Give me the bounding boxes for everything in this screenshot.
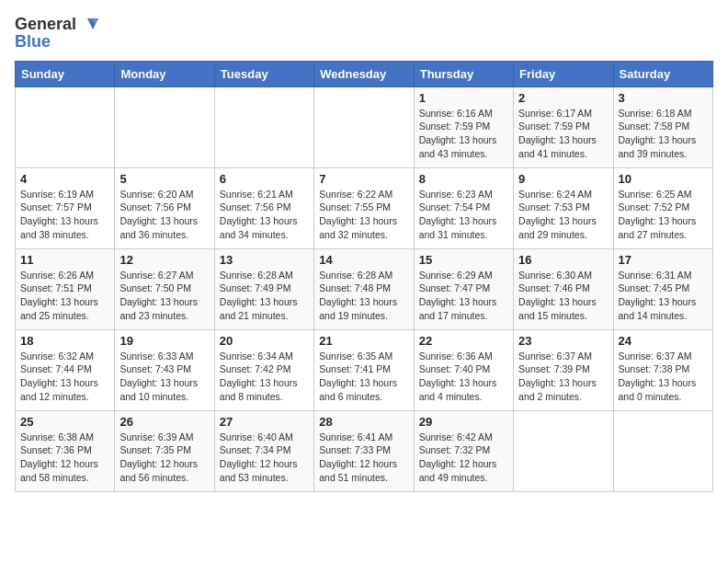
calendar-cell: 22Sunrise: 6:36 AM Sunset: 7:40 PM Dayli… [414, 329, 513, 410]
calendar-cell: 9Sunrise: 6:24 AM Sunset: 7:53 PM Daylig… [514, 167, 613, 248]
day-number: 9 [518, 172, 608, 186]
day-info: Sunrise: 6:41 AM Sunset: 7:33 PM Dayligh… [319, 431, 408, 485]
weekday-header-saturday: Saturday [613, 61, 712, 86]
day-number: 14 [319, 253, 408, 267]
day-number: 3 [619, 91, 708, 105]
week-row-4: 18Sunrise: 6:32 AM Sunset: 7:44 PM Dayli… [16, 329, 713, 410]
calendar-cell [214, 86, 313, 167]
calendar-cell: 10Sunrise: 6:25 AM Sunset: 7:52 PM Dayli… [613, 167, 712, 248]
week-row-5: 25Sunrise: 6:38 AM Sunset: 7:36 PM Dayli… [16, 410, 713, 491]
weekday-header-tuesday: Tuesday [214, 61, 313, 86]
calendar-cell: 28Sunrise: 6:41 AM Sunset: 7:33 PM Dayli… [314, 410, 414, 491]
day-info: Sunrise: 6:30 AM Sunset: 7:46 PM Dayligh… [518, 269, 608, 323]
day-number: 20 [220, 334, 309, 348]
logo-blue: Blue [15, 33, 51, 52]
day-number: 6 [220, 172, 309, 186]
day-number: 8 [419, 172, 508, 186]
day-number: 10 [619, 172, 708, 186]
calendar-cell: 12Sunrise: 6:27 AM Sunset: 7:50 PM Dayli… [115, 248, 214, 329]
day-number: 23 [518, 334, 608, 348]
day-number: 15 [419, 253, 508, 267]
day-number: 13 [220, 253, 309, 267]
weekday-header-monday: Monday [115, 61, 214, 86]
weekday-header-row: SundayMondayTuesdayWednesdayThursdayFrid… [16, 61, 713, 86]
calendar-cell: 26Sunrise: 6:39 AM Sunset: 7:35 PM Dayli… [115, 410, 214, 491]
day-number: 12 [119, 253, 209, 267]
calendar-cell: 27Sunrise: 6:40 AM Sunset: 7:34 PM Dayli… [214, 410, 313, 491]
day-number: 28 [319, 415, 408, 429]
calendar-cell: 6Sunrise: 6:21 AM Sunset: 7:56 PM Daylig… [214, 167, 313, 248]
day-number: 18 [20, 334, 109, 348]
logo-general: General [15, 16, 76, 34]
day-number: 26 [119, 415, 209, 429]
day-number: 7 [319, 172, 408, 186]
day-info: Sunrise: 6:19 AM Sunset: 7:57 PM Dayligh… [20, 188, 109, 242]
calendar-cell [514, 410, 613, 491]
day-number: 25 [20, 415, 109, 429]
calendar-cell: 24Sunrise: 6:37 AM Sunset: 7:38 PM Dayli… [613, 329, 712, 410]
day-info: Sunrise: 6:40 AM Sunset: 7:34 PM Dayligh… [220, 431, 309, 485]
day-info: Sunrise: 6:34 AM Sunset: 7:42 PM Dayligh… [220, 350, 309, 404]
week-row-3: 11Sunrise: 6:26 AM Sunset: 7:51 PM Dayli… [16, 248, 713, 329]
day-info: Sunrise: 6:23 AM Sunset: 7:54 PM Dayligh… [419, 188, 508, 242]
calendar-cell [613, 410, 712, 491]
day-info: Sunrise: 6:38 AM Sunset: 7:36 PM Dayligh… [20, 431, 109, 485]
day-info: Sunrise: 6:26 AM Sunset: 7:51 PM Dayligh… [20, 269, 109, 323]
day-info: Sunrise: 6:37 AM Sunset: 7:39 PM Dayligh… [518, 350, 608, 404]
calendar-cell: 14Sunrise: 6:28 AM Sunset: 7:48 PM Dayli… [314, 248, 414, 329]
logo-bird-icon [78, 15, 98, 35]
day-number: 11 [20, 253, 109, 267]
day-number: 22 [419, 334, 508, 348]
week-row-1: 1Sunrise: 6:16 AM Sunset: 7:59 PM Daylig… [16, 86, 713, 167]
weekday-header-thursday: Thursday [414, 61, 513, 86]
calendar-cell [16, 86, 115, 167]
calendar-cell: 18Sunrise: 6:32 AM Sunset: 7:44 PM Dayli… [16, 329, 115, 410]
day-info: Sunrise: 6:25 AM Sunset: 7:52 PM Dayligh… [619, 188, 708, 242]
week-row-2: 4Sunrise: 6:19 AM Sunset: 7:57 PM Daylig… [16, 167, 713, 248]
day-info: Sunrise: 6:36 AM Sunset: 7:40 PM Dayligh… [419, 350, 508, 404]
day-info: Sunrise: 6:33 AM Sunset: 7:43 PM Dayligh… [119, 350, 209, 404]
calendar-cell: 7Sunrise: 6:22 AM Sunset: 7:55 PM Daylig… [314, 167, 414, 248]
day-info: Sunrise: 6:22 AM Sunset: 7:55 PM Dayligh… [319, 188, 408, 242]
weekday-header-sunday: Sunday [16, 61, 115, 86]
day-info: Sunrise: 6:37 AM Sunset: 7:38 PM Dayligh… [619, 350, 708, 404]
logo: General Blue [15, 15, 98, 52]
calendar-cell: 3Sunrise: 6:18 AM Sunset: 7:58 PM Daylig… [613, 86, 712, 167]
calendar-cell: 1Sunrise: 6:16 AM Sunset: 7:59 PM Daylig… [414, 86, 513, 167]
weekday-header-friday: Friday [514, 61, 613, 86]
day-info: Sunrise: 6:24 AM Sunset: 7:53 PM Dayligh… [518, 188, 608, 242]
day-number: 19 [119, 334, 209, 348]
day-number: 2 [518, 91, 608, 105]
day-number: 1 [419, 91, 508, 105]
day-number: 24 [619, 334, 708, 348]
calendar-cell [115, 86, 214, 167]
calendar-cell: 20Sunrise: 6:34 AM Sunset: 7:42 PM Dayli… [214, 329, 313, 410]
calendar-cell: 4Sunrise: 6:19 AM Sunset: 7:57 PM Daylig… [16, 167, 115, 248]
day-info: Sunrise: 6:35 AM Sunset: 7:41 PM Dayligh… [319, 350, 408, 404]
day-info: Sunrise: 6:27 AM Sunset: 7:50 PM Dayligh… [119, 269, 209, 323]
day-info: Sunrise: 6:42 AM Sunset: 7:32 PM Dayligh… [419, 431, 508, 485]
day-info: Sunrise: 6:28 AM Sunset: 7:48 PM Dayligh… [319, 269, 408, 323]
day-info: Sunrise: 6:29 AM Sunset: 7:47 PM Dayligh… [419, 269, 508, 323]
calendar-cell: 11Sunrise: 6:26 AM Sunset: 7:51 PM Dayli… [16, 248, 115, 329]
day-info: Sunrise: 6:20 AM Sunset: 7:56 PM Dayligh… [119, 188, 209, 242]
day-info: Sunrise: 6:32 AM Sunset: 7:44 PM Dayligh… [20, 350, 109, 404]
day-number: 17 [619, 253, 708, 267]
calendar-cell: 21Sunrise: 6:35 AM Sunset: 7:41 PM Dayli… [314, 329, 414, 410]
day-number: 21 [319, 334, 408, 348]
day-info: Sunrise: 6:18 AM Sunset: 7:58 PM Dayligh… [619, 107, 708, 161]
day-info: Sunrise: 6:16 AM Sunset: 7:59 PM Dayligh… [419, 107, 508, 161]
day-info: Sunrise: 6:17 AM Sunset: 7:59 PM Dayligh… [518, 107, 608, 161]
day-info: Sunrise: 6:28 AM Sunset: 7:49 PM Dayligh… [220, 269, 309, 323]
calendar-cell: 29Sunrise: 6:42 AM Sunset: 7:32 PM Dayli… [414, 410, 513, 491]
day-number: 29 [419, 415, 508, 429]
calendar-cell: 25Sunrise: 6:38 AM Sunset: 7:36 PM Dayli… [16, 410, 115, 491]
day-number: 16 [518, 253, 608, 267]
weekday-header-wednesday: Wednesday [314, 61, 414, 86]
calendar-cell: 19Sunrise: 6:33 AM Sunset: 7:43 PM Dayli… [115, 329, 214, 410]
day-number: 4 [20, 172, 109, 186]
calendar-cell: 16Sunrise: 6:30 AM Sunset: 7:46 PM Dayli… [514, 248, 613, 329]
calendar-cell: 23Sunrise: 6:37 AM Sunset: 7:39 PM Dayli… [514, 329, 613, 410]
logo-wrapper: General Blue [15, 15, 98, 52]
calendar-cell: 5Sunrise: 6:20 AM Sunset: 7:56 PM Daylig… [115, 167, 214, 248]
